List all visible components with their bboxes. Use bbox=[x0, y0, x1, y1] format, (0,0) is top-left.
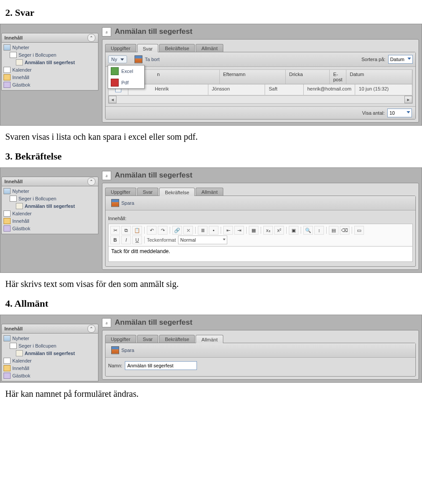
tree-item-kalender[interactable]: Kalender bbox=[4, 210, 96, 217]
calendar-icon bbox=[4, 210, 11, 217]
paragraph-bekraftelse: Här skrivs text som visas för den som an… bbox=[5, 279, 417, 289]
chevron-up-icon[interactable]: ⌃ bbox=[87, 34, 95, 42]
redo-icon[interactable]: ↷ bbox=[158, 226, 167, 235]
find-icon[interactable]: 🔍 bbox=[303, 226, 313, 235]
form-type-icon: a bbox=[102, 318, 111, 327]
tree-item-anmalan[interactable]: Anmälan till segerfest bbox=[4, 58, 96, 66]
heading-bekraftelse: 3. Bekräftelse bbox=[5, 151, 417, 162]
tab-svar[interactable]: Svar bbox=[137, 44, 159, 52]
heading-allmant: 4. Allmänt bbox=[5, 298, 417, 309]
tab-allmant[interactable]: Allmänt bbox=[196, 335, 223, 343]
paste-icon[interactable]: 📋 bbox=[132, 226, 142, 235]
col-datum[interactable]: Datum bbox=[346, 70, 412, 84]
cut-icon[interactable]: ✂ bbox=[110, 226, 120, 235]
col-lastname[interactable]: Efternamn bbox=[220, 70, 286, 84]
tree-item-gastbok[interactable]: Gästbok bbox=[4, 81, 96, 88]
tab-bekraftelse[interactable]: Bekräftelse bbox=[159, 188, 195, 196]
italic-button[interactable]: I bbox=[121, 236, 131, 244]
name-input[interactable]: Anmälan till segerfest bbox=[125, 361, 197, 370]
form-icon bbox=[16, 350, 23, 356]
sidebar-header[interactable]: Innehåll ⌃ bbox=[1, 33, 98, 43]
col-dricka[interactable]: Dricka bbox=[286, 70, 330, 84]
page-size-select[interactable]: 10 bbox=[387, 109, 412, 117]
tree-item-kalender[interactable]: Kalender bbox=[4, 357, 96, 364]
replace-icon[interactable]: ↕ bbox=[314, 226, 324, 235]
tree-item-anmalan[interactable]: Anmälan till segerfest bbox=[4, 349, 96, 357]
tree-item-seger[interactable]: Seger i Bollcupen bbox=[4, 342, 96, 349]
bold-button[interactable]: B bbox=[110, 236, 120, 244]
scroll-right-icon[interactable]: ► bbox=[404, 96, 412, 103]
tree-item-nyheter[interactable]: Nyheter bbox=[4, 187, 96, 195]
chevron-up-icon[interactable]: ⌃ bbox=[87, 325, 95, 333]
tab-allmant[interactable]: Allmänt bbox=[196, 188, 223, 196]
save-button[interactable]: Spara bbox=[108, 198, 137, 208]
scroll-left-icon[interactable]: ◄ bbox=[109, 96, 116, 103]
sidebar-tree: Nyheter Seger i Bollcupen Anmälan till s… bbox=[1, 43, 98, 91]
select-all-icon[interactable]: ▤ bbox=[329, 226, 338, 235]
calendar-icon bbox=[4, 67, 11, 73]
book-icon bbox=[4, 373, 11, 379]
copy-icon[interactable]: ⧉ bbox=[121, 226, 131, 235]
fullscreen-icon[interactable]: ▭ bbox=[354, 226, 364, 235]
dropdown-pdf[interactable]: Pdf bbox=[108, 77, 144, 88]
grid-header: n Efternamn Dricka E-post Datum bbox=[109, 70, 412, 84]
heading-svar: 2. Svar bbox=[5, 7, 417, 18]
save-button[interactable]: Spara bbox=[108, 345, 137, 355]
tree-item-innehall[interactable]: Innehåll bbox=[4, 73, 96, 81]
dropdown-excel[interactable]: Excel bbox=[108, 65, 144, 77]
undo-icon[interactable]: ↶ bbox=[147, 226, 156, 235]
link-icon[interactable]: 🔗 bbox=[172, 226, 182, 235]
col-epost[interactable]: E-post bbox=[330, 70, 346, 84]
tab-allmant[interactable]: Allmänt bbox=[196, 44, 223, 52]
remove-format-icon[interactable]: ⌫ bbox=[340, 226, 349, 235]
tree-item-nyheter[interactable]: Nyheter bbox=[4, 334, 96, 342]
tab-uppgifter[interactable]: Uppgifter bbox=[105, 44, 136, 52]
paragraph-svar: Svaren visas i lista och kan spara i exc… bbox=[5, 132, 417, 142]
folder-icon bbox=[4, 365, 11, 371]
delete-button[interactable]: Ta bort bbox=[131, 54, 163, 65]
paragraph-allmant: Här kan namnet på formuläret ändras. bbox=[5, 389, 417, 399]
tab-uppgifter[interactable]: Uppgifter bbox=[105, 335, 136, 343]
tree-item-gastbok[interactable]: Gästbok bbox=[4, 225, 96, 232]
superscript-icon[interactable]: x² bbox=[274, 226, 284, 235]
tree-item-kalender[interactable]: Kalender bbox=[4, 66, 96, 73]
format-label: Teckenformat bbox=[147, 237, 176, 243]
tree-item-nyheter[interactable]: Nyheter bbox=[4, 44, 96, 51]
sort-label: Sortera på: bbox=[361, 57, 385, 62]
tab-svar[interactable]: Svar bbox=[137, 335, 159, 343]
tab-uppgifter[interactable]: Uppgifter bbox=[105, 188, 136, 196]
format-select[interactable]: Normal bbox=[178, 236, 227, 244]
tree-item-gastbok[interactable]: Gästbok bbox=[4, 372, 96, 379]
sort-select[interactable]: Datum bbox=[388, 55, 413, 64]
pdf-icon bbox=[111, 79, 119, 87]
subscript-icon[interactable]: x₂ bbox=[263, 226, 273, 235]
cell-lastname: Jönsson bbox=[208, 84, 266, 95]
form-type-icon: a bbox=[102, 171, 111, 180]
horizontal-scrollbar[interactable]: ◄ ► bbox=[109, 95, 412, 103]
ordered-list-icon[interactable]: ≣ bbox=[198, 226, 207, 235]
tab-svar[interactable]: Svar bbox=[137, 188, 159, 196]
table-row[interactable]: Henrik Jönsson Saft henrik@hotmail.com 1… bbox=[109, 84, 412, 95]
file-icon bbox=[10, 343, 17, 349]
richtext-area[interactable]: Tack för ditt meddelande. bbox=[108, 247, 413, 262]
tree-item-seger[interactable]: Seger i Bollcupen bbox=[4, 195, 96, 202]
tree-item-innehall[interactable]: Innehåll bbox=[4, 217, 96, 225]
underline-button[interactable]: U bbox=[132, 236, 142, 244]
tree-item-seger[interactable]: Seger i Bollcupen bbox=[4, 51, 96, 58]
sidebar-header[interactable]: Innehåll ⌃ bbox=[1, 324, 98, 334]
unlink-icon[interactable]: ⤫ bbox=[183, 226, 193, 235]
table-icon[interactable]: ▦ bbox=[249, 226, 258, 235]
tree-item-anmalan[interactable]: Anmälan till segerfest bbox=[4, 202, 96, 210]
outdent-icon[interactable]: ⇤ bbox=[223, 226, 233, 235]
new-button[interactable]: Ny bbox=[108, 55, 127, 63]
sidebar-header-label: Innehåll bbox=[4, 35, 23, 40]
tab-bekraftelse[interactable]: Bekräftelse bbox=[159, 335, 195, 343]
tree-item-innehall[interactable]: Innehåll bbox=[4, 364, 96, 372]
unordered-list-icon[interactable]: • bbox=[209, 226, 218, 235]
richtext-toolbar: ✂ ⧉ 📋 ↶ ↷ 🔗 ⤫ ≣ • bbox=[108, 224, 413, 247]
image-icon[interactable]: ▣ bbox=[289, 226, 298, 235]
tab-bekraftelse[interactable]: Bekräftelse bbox=[159, 44, 195, 52]
indent-icon[interactable]: ⇥ bbox=[234, 226, 244, 235]
sidebar-header[interactable]: Innehåll ⌃ bbox=[1, 177, 98, 186]
chevron-up-icon[interactable]: ⌃ bbox=[87, 178, 95, 185]
